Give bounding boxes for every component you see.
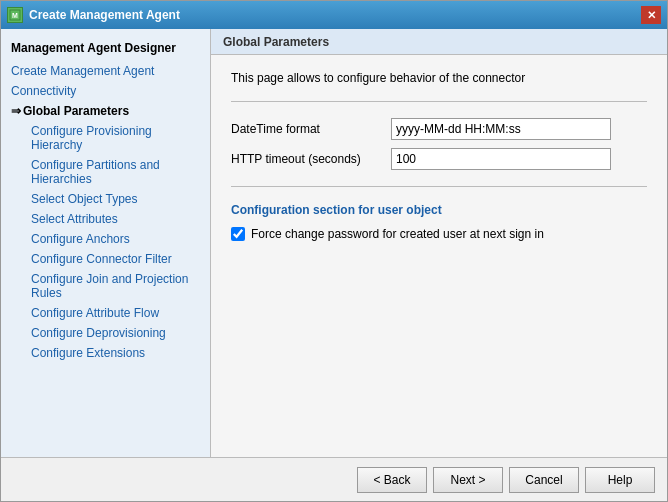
sidebar-item-label: Select Attributes (31, 212, 118, 226)
sidebar: Management Agent Designer Create Managem… (1, 29, 211, 457)
http-label: HTTP timeout (seconds) (231, 152, 391, 166)
titlebar: M Create Management Agent ✕ (1, 1, 667, 29)
panel-title: Global Parameters (211, 29, 667, 55)
separator (231, 101, 647, 102)
app-icon: M (7, 7, 23, 23)
sidebar-item-label: Configure Extensions (31, 346, 145, 360)
sidebar-item-configure-flow[interactable]: Configure Attribute Flow (1, 303, 210, 323)
active-arrow-icon: ⇒ (11, 104, 21, 118)
sidebar-item-label: Select Object Types (31, 192, 138, 206)
main-window: M Create Management Agent ✕ Management A… (0, 0, 668, 502)
sidebar-item-configure-ext[interactable]: Configure Extensions (1, 343, 210, 363)
sidebar-item-connectivity[interactable]: Connectivity (1, 81, 210, 101)
titlebar-title: Create Management Agent (29, 8, 180, 22)
next-button[interactable]: Next > (433, 467, 503, 493)
sidebar-item-label: Connectivity (11, 84, 76, 98)
datetime-label: DateTime format (231, 122, 391, 136)
sidebar-item-label: Configure Provisioning Hierarchy (31, 124, 200, 152)
sidebar-item-label: Create Management Agent (11, 64, 154, 78)
titlebar-left: M Create Management Agent (7, 7, 180, 23)
sidebar-nav: Create Management AgentConnectivity⇒ Glo… (1, 61, 210, 363)
sidebar-item-create-ma[interactable]: Create Management Agent (1, 61, 210, 81)
sidebar-item-select-attr[interactable]: Select Attributes (1, 209, 210, 229)
separator2 (231, 186, 647, 187)
force-password-checkbox[interactable] (231, 227, 245, 241)
sidebar-item-label: Global Parameters (23, 104, 129, 118)
checkbox-row: Force change password for created user a… (231, 227, 647, 241)
sidebar-item-label: Configure Anchors (31, 232, 130, 246)
sidebar-item-configure-conn[interactable]: Configure Connector Filter (1, 249, 210, 269)
sidebar-item-select-obj[interactable]: Select Object Types (1, 189, 210, 209)
cancel-button[interactable]: Cancel (509, 467, 579, 493)
force-password-label[interactable]: Force change password for created user a… (251, 227, 544, 241)
sidebar-item-configure-deprov[interactable]: Configure Deprovisioning (1, 323, 210, 343)
back-button[interactable]: < Back (357, 467, 427, 493)
main-content: This page allows to configure behavior o… (211, 55, 667, 457)
sidebar-item-label: Configure Join and Projection Rules (31, 272, 200, 300)
section-title: Configuration section for user object (231, 203, 647, 217)
svg-text:M: M (12, 12, 18, 19)
sidebar-item-configure-prov[interactable]: Configure Provisioning Hierarchy (1, 121, 210, 155)
help-button[interactable]: Help (585, 467, 655, 493)
sidebar-item-label: Configure Connector Filter (31, 252, 172, 266)
main-panel: Global Parameters This page allows to co… (211, 29, 667, 457)
content-area: Management Agent Designer Create Managem… (1, 29, 667, 457)
sidebar-item-label: Configure Deprovisioning (31, 326, 166, 340)
titlebar-controls: ✕ (641, 6, 661, 24)
form-grid: DateTime format HTTP timeout (seconds) (231, 118, 647, 170)
sidebar-item-label: Configure Attribute Flow (31, 306, 159, 320)
sidebar-item-global-params[interactable]: ⇒ Global Parameters (1, 101, 210, 121)
close-button[interactable]: ✕ (641, 6, 661, 24)
sidebar-item-configure-join[interactable]: Configure Join and Projection Rules (1, 269, 210, 303)
datetime-input[interactable] (391, 118, 611, 140)
description-text: This page allows to configure behavior o… (231, 71, 647, 85)
sidebar-header: Management Agent Designer (1, 37, 210, 61)
footer: < Back Next > Cancel Help (1, 457, 667, 501)
sidebar-item-configure-part[interactable]: Configure Partitions and Hierarchies (1, 155, 210, 189)
sidebar-item-label: Configure Partitions and Hierarchies (31, 158, 200, 186)
http-input[interactable] (391, 148, 611, 170)
sidebar-item-configure-anch[interactable]: Configure Anchors (1, 229, 210, 249)
